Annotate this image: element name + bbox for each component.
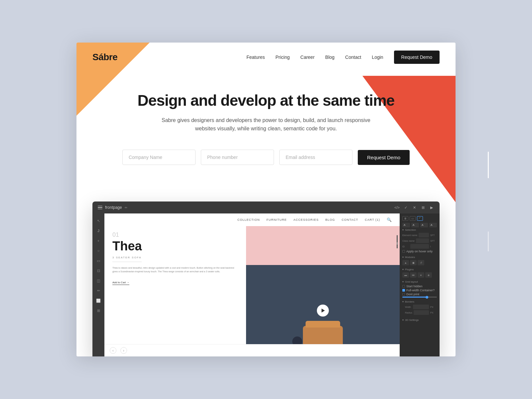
i-label: I [430, 245, 437, 248]
code-icon[interactable]: </> [394, 205, 400, 210]
radius-input[interactable] [414, 310, 429, 315]
tool-text[interactable]: J [95, 227, 102, 234]
plugin-btn-4[interactable]: ◈ [425, 272, 432, 278]
dont-print-checkbox[interactable] [402, 293, 405, 296]
modules-title: Modules [402, 256, 437, 259]
logo: Sábre [92, 52, 117, 63]
nav-features[interactable]: Features [246, 55, 265, 60]
hover-checkbox[interactable] [402, 250, 405, 253]
close-icon[interactable]: ✕ [412, 205, 417, 210]
tool-cursor[interactable]: ↖ [95, 217, 102, 224]
width-input[interactable] [413, 305, 429, 309]
form-request-demo-button[interactable]: Request Demo [358, 150, 410, 165]
editor-container: frontpage ✏ </> ✓ ✕ ⊞ ▶ ↖ J + ○ [92, 201, 440, 356]
preview-sofa [303, 326, 343, 346]
element-name-row: Element name SFT [402, 233, 437, 237]
check-icon[interactable]: ✓ [403, 205, 408, 210]
slider-track[interactable] [402, 297, 437, 298]
nav-login[interactable]: Login [372, 55, 383, 60]
tool-rect[interactable]: ▭ [95, 257, 102, 264]
border-width-row: Width PX Radius PX [402, 305, 437, 316]
device-desktop[interactable]: 🖥 [402, 216, 408, 221]
selection-title: Selection [402, 228, 437, 231]
company-name-input[interactable] [122, 150, 196, 165]
tool-component[interactable]: ⊡ [95, 267, 102, 274]
edit-icon[interactable]: ✏ [125, 206, 127, 209]
full-width-checkbox[interactable] [402, 289, 405, 292]
tool-settings[interactable]: ⊞ [95, 307, 102, 314]
preview-product-image [246, 226, 400, 356]
editor-tools-panel: ↖ J + ○ ▭ ⊡ ◫ ✏ ⬜ ⊞ [92, 213, 104, 356]
preview-product-number: 01 [112, 231, 238, 238]
id-input[interactable] [410, 244, 429, 249]
hero-section: Design and develop at the same time Sabr… [76, 72, 456, 201]
plugins-section: Plugins ▬ ⏮ ● ◈ [402, 268, 437, 278]
grid-icon[interactable]: ⊞ [420, 205, 426, 210]
module-btn-2[interactable]: ◼ [410, 260, 417, 265]
hamburger-icon[interactable] [98, 206, 102, 209]
size-b-input[interactable]: A [411, 223, 419, 227]
element-name-input[interactable] [419, 233, 429, 237]
nav-contact[interactable]: Contact [345, 55, 361, 60]
prev-arrow[interactable]: ‹ [110, 347, 116, 354]
sft-label-1: SFT [430, 234, 437, 236]
preview-add-to-cart[interactable]: Add to Cart → [112, 281, 129, 285]
slider-fill [402, 297, 428, 298]
px-label-2: PX [430, 312, 437, 314]
device-tablet[interactable]: ▭ [410, 216, 416, 221]
device-mobile[interactable]: 📱 [417, 216, 423, 221]
hero-subtitle: Sabre gives designers and developers the… [160, 116, 372, 133]
email-address-input[interactable] [279, 150, 352, 165]
slider-thumb[interactable] [426, 296, 428, 299]
plugin-btn-2[interactable]: ⏮ [410, 272, 417, 278]
dont-print-row: Dont print [402, 293, 437, 296]
nav-blog[interactable]: Blog [325, 55, 334, 60]
start-hidden-checkbox[interactable] [402, 285, 405, 288]
class-name-input[interactable] [416, 238, 429, 243]
nav-pricing[interactable]: Pricing [275, 55, 290, 60]
phone-number-input[interactable] [201, 150, 274, 165]
play-button[interactable] [317, 305, 329, 317]
play-icon[interactable]: ▶ [429, 205, 434, 210]
next-arrow[interactable]: › [120, 347, 127, 354]
module-icons: ▲ ◼ ↺ [402, 260, 437, 265]
border-radius-input-row: Radius PX [405, 310, 437, 315]
size-d-input[interactable]: A [429, 223, 437, 227]
module-btn-1[interactable]: ▲ [402, 260, 409, 265]
preview-product-subtitle: 3 SEATER SOFA [112, 256, 142, 262]
module-btn-3[interactable]: ↺ [418, 260, 424, 265]
tool-pen[interactable]: ✏ [95, 287, 102, 294]
preview-product-name: Thea [112, 240, 238, 252]
preview-nav-contact: CONTACT [341, 218, 358, 221]
start-hidden-row: Start hidden [402, 285, 437, 288]
preview-nav-accessories: ACCESSORIES [293, 218, 319, 221]
element-name-label: Element name [402, 234, 417, 236]
tool-add[interactable]: + [95, 237, 102, 244]
size-a-input[interactable]: A [402, 223, 410, 227]
editor-right-panel: 🖥 ▭ 📱 A A A A Selection [400, 213, 440, 356]
preview-sofa-area [246, 265, 400, 356]
device-icons: 🖥 ▭ 📱 [402, 216, 437, 221]
nav-career[interactable]: Career [300, 55, 315, 60]
editor-body: ↖ J + ○ ▭ ⊡ ◫ ✏ ⬜ ⊞ COLLECTION FURNI [92, 213, 440, 356]
main-nav: Features Pricing Career Blog Contact Log… [246, 51, 440, 64]
plugins-title: Plugins [402, 268, 437, 271]
preview-nav-search: 🔍 [387, 217, 392, 222]
tool-layers[interactable]: ◫ [95, 277, 102, 284]
borders-title: Borders [402, 300, 437, 303]
plugin-btn-1[interactable]: ▬ [402, 272, 409, 278]
tool-circle[interactable]: ○ [95, 247, 102, 254]
plugin-icons: ▬ ⏮ ● ◈ [402, 272, 437, 278]
hero-title: Design and develop at the same time [92, 92, 440, 109]
preview-content: 01 Thea 3 SEATER SOFA Thea is classic an… [104, 226, 400, 356]
titlebar-filename: frontpage [105, 205, 122, 210]
full-width-row: Full-width Container? [402, 289, 437, 292]
header-request-demo-button[interactable]: Request Demo [394, 51, 440, 64]
px-label-1: PX [430, 306, 437, 308]
tool-image[interactable]: ⬜ [95, 297, 102, 304]
hover-checkbox-row: Apply on hover only [402, 250, 437, 253]
3d-settings-title: 3D Settings [402, 319, 437, 322]
plugin-btn-3[interactable]: ● [418, 272, 424, 278]
preview-nav-blog: BLOG [325, 218, 335, 221]
size-c-input[interactable]: A [420, 223, 428, 227]
